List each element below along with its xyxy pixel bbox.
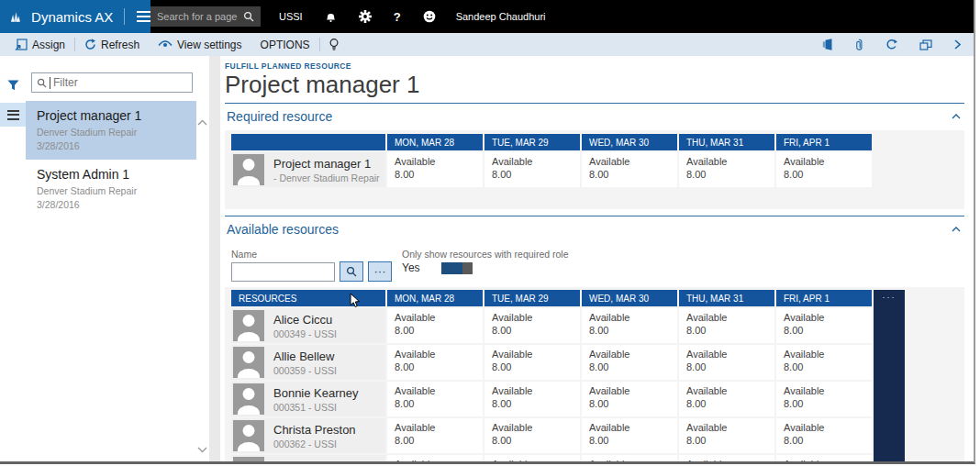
resource-name: Allie Bellew — [273, 350, 337, 363]
availability-status: Available — [492, 422, 573, 433]
collapse-chevron-icon[interactable] — [952, 227, 961, 232]
availability-cell[interactable]: Available8.00 — [776, 308, 872, 343]
dynamics-logo-icon — [11, 10, 24, 24]
open-in-new-window-icon[interactable] — [919, 39, 932, 50]
availability-cell[interactable]: Available8.00 — [484, 382, 580, 416]
role-filter-toggle[interactable] — [441, 262, 473, 274]
availability-cell[interactable]: Available8.00 — [582, 345, 677, 380]
page-search-box[interactable]: Search for a page — [150, 6, 261, 27]
availability-cell[interactable]: Available8.00 — [387, 382, 483, 416]
availability-hours: 8.00 — [784, 325, 864, 336]
required-resource-panel: MON, MAR 28TUE, MAR 29WED, MAR 30THU, MA… — [225, 130, 964, 209]
refresh-page-icon[interactable] — [885, 39, 897, 50]
availability-cell[interactable]: Available8.00 — [582, 418, 677, 453]
availability-cell[interactable]: Available8.00 — [679, 382, 774, 416]
resource-name-cell[interactable]: Project manager 1- Denver Stadium Repair — [231, 152, 385, 187]
avatar — [233, 310, 264, 341]
avatar — [233, 457, 264, 464]
filter-input[interactable] — [53, 76, 187, 89]
availability-cell[interactable]: Available8.00 — [776, 382, 872, 416]
resource-text: Bonnie Kearney000351 - USSI — [273, 386, 359, 413]
availability-status: Available — [395, 349, 475, 360]
availability-cell[interactable]: Available8.00 — [679, 455, 774, 464]
availability-cell[interactable]: Available8.00 — [387, 345, 483, 380]
settings-gear-icon[interactable] — [359, 10, 372, 23]
avatar-body — [238, 176, 260, 185]
resource-name-cell[interactable]: Alice Ciccu000349 - USSI — [231, 308, 385, 343]
availability-cell[interactable]: Available8.00 — [387, 455, 483, 464]
content-area: Project manager 1 Denver Stadium Repair … — [0, 56, 974, 464]
expand-chevron-icon[interactable] — [954, 39, 961, 50]
company-selector[interactable]: USSI — [279, 11, 303, 22]
notifications-bell-icon[interactable] — [325, 11, 337, 23]
availability-cell[interactable]: Available8.00 — [679, 418, 774, 453]
lightbulb-button[interactable] — [320, 33, 348, 56]
feedback-smiley-icon[interactable] — [423, 10, 436, 23]
help-icon[interactable]: ? — [394, 10, 401, 24]
hamburger-menu-icon[interactable] — [137, 11, 150, 22]
filter-funnel-icon[interactable] — [7, 78, 19, 94]
assign-button[interactable]: Assign — [6, 33, 74, 56]
availability-hours: 8.00 — [686, 435, 767, 446]
scroll-up-icon[interactable] — [197, 113, 207, 129]
availability-status: Available — [492, 312, 573, 323]
availability-status: Available — [492, 385, 573, 396]
availability-cell[interactable]: Available8.00 — [484, 308, 580, 343]
search-icon — [243, 11, 254, 22]
availability-cell[interactable]: Available8.00 — [484, 152, 580, 187]
resource-name-cell[interactable]: Christa Preston000362 - USSI — [231, 418, 385, 453]
collapse-chevron-icon[interactable] — [952, 114, 961, 119]
sidebar-scrollbar[interactable] — [196, 56, 209, 464]
availability-cell[interactable]: Available8.00 — [776, 418, 872, 453]
list-view-icon[interactable] — [0, 103, 26, 127]
list-item[interactable]: System Admin 1 Denver Stadium Repair 3/2… — [26, 160, 196, 218]
availability-cell[interactable]: Available8.00 — [484, 418, 580, 453]
availability-cell[interactable]: Available8.00 — [387, 418, 483, 453]
toggle-value-label: Yes — [402, 261, 420, 274]
availability-cell[interactable]: Available8.00 — [387, 308, 483, 343]
section-title: Available resources — [227, 222, 339, 237]
availability-cell[interactable]: Available8.00 — [484, 345, 580, 380]
refresh-button[interactable]: Refresh — [75, 33, 149, 56]
availability-cell[interactable]: Available8.00 — [776, 345, 872, 380]
scroll-down-icon[interactable] — [197, 440, 207, 457]
resource-name-cell[interactable]: Allie Bellew000359 - USSI — [231, 345, 385, 380]
availability-cell[interactable]: Available8.00 — [679, 152, 774, 187]
more-columns-bar[interactable]: ··· — [874, 290, 905, 464]
view-settings-button[interactable]: View settings — [149, 33, 251, 56]
required-resource-section: Required resource MON, MAR 28TUE, MAR 29… — [225, 103, 964, 209]
availability-cell[interactable]: Available8.00 — [387, 152, 483, 187]
availability-hours: 8.00 — [784, 169, 864, 180]
availability-status: Available — [589, 349, 670, 360]
attachments-paperclip-icon[interactable] — [855, 39, 863, 51]
availability-cell[interactable]: Available8.00 — [776, 152, 872, 187]
name-search-button[interactable] — [340, 261, 363, 282]
resource-name-cell[interactable]: Daniel Escapa000365 - USSI — [231, 455, 385, 464]
availability-cell[interactable]: Available8.00 — [582, 455, 677, 464]
availability-cell[interactable]: Available8.00 — [776, 455, 872, 464]
availability-status: Available — [784, 349, 864, 360]
text-caret — [50, 77, 50, 89]
availability-status: Available — [686, 156, 767, 167]
availability-cell[interactable]: Available8.00 — [582, 308, 677, 343]
resource-name-cell[interactable]: Bonnie Kearney000351 - USSI — [231, 382, 385, 416]
name-filter-input[interactable] — [231, 262, 335, 282]
availability-cell[interactable]: Available8.00 — [679, 308, 774, 343]
avatar-head — [243, 351, 255, 363]
sidebar-icon-rail — [0, 56, 26, 464]
more-options-ellipsis-button[interactable]: ··· — [368, 261, 392, 282]
resource-filter-controls: Name ··· — [231, 245, 964, 282]
record-list-sidebar: Project manager 1 Denver Stadium Repair … — [0, 56, 209, 464]
list-item[interactable]: Project manager 1 Denver Stadium Repair … — [26, 101, 196, 160]
availability-cell[interactable]: Available8.00 — [679, 345, 774, 380]
resource-name: Project manager 1 — [273, 157, 380, 171]
office-app-icon[interactable] — [821, 39, 833, 50]
options-menu[interactable]: OPTIONS — [251, 33, 319, 56]
availability-cell[interactable]: Available8.00 — [582, 152, 677, 187]
current-user-name[interactable]: Sandeep Chaudhuri — [456, 11, 972, 22]
availability-status: Available — [686, 459, 767, 464]
availability-cell[interactable]: Available8.00 — [582, 382, 677, 416]
avatar-body — [238, 442, 260, 451]
toggle-knob — [462, 262, 473, 274]
availability-cell[interactable]: Available8.00 — [484, 455, 580, 464]
